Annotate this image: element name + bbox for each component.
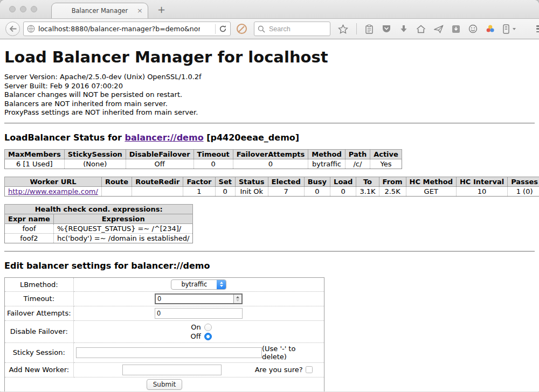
extension-download-icon[interactable] [452, 25, 460, 33]
lbmethod-selected-value: bytraffic [171, 281, 217, 288]
col-status: Status [235, 177, 268, 186]
table-row: 6 [1 Used] (None) Off 0 0 bytraffic /c/ … [5, 159, 402, 169]
cell-expression: %{REQUEST_STATUS} =~ /^[234]/ [53, 223, 193, 233]
col-hc-interval: HC Interval [456, 177, 507, 186]
tab-balancer-manager[interactable]: Balancer Manager × [51, 3, 148, 18]
status-heading-suffix: [p4420eeae_demo] [204, 132, 300, 143]
cell-active: Yes [370, 159, 402, 169]
back-button[interactable] [5, 22, 20, 36]
search-input[interactable] [268, 25, 319, 33]
clipboard-icon[interactable] [365, 24, 374, 34]
server-version-line: Server Version: Apache/2.5.0-dev (Unix) … [4, 73, 535, 82]
failover-attempts-label: Failover Attempts: [5, 306, 74, 320]
are-you-sure-label: Are you sure? [255, 366, 303, 374]
sticky-delete-hint: (Use '-' to delete) [262, 345, 322, 361]
are-you-sure-checkbox[interactable] [306, 366, 313, 373]
col-path: Path [345, 149, 370, 159]
cell-routeredir [132, 186, 183, 196]
form-row-disable-failover: Disable Failover: On Off [5, 320, 324, 342]
col-busy: Busy [304, 177, 330, 186]
number-spinner-icon[interactable] [233, 295, 241, 303]
url-bar[interactable]: localhost:8880/balancer-manager?b=demo&n… [23, 22, 231, 36]
lbmethod-select[interactable]: bytraffic [171, 279, 226, 290]
minimize-window-button[interactable] [20, 6, 26, 12]
device-icon[interactable] [503, 24, 509, 34]
cell-expression: hc('body') =~ /domain is established/ [53, 233, 193, 243]
cell-maxmembers: 6 [1 Used] [5, 159, 65, 169]
url-text[interactable]: localhost:8880/balancer-manager?b=demo&n… [38, 25, 200, 33]
globe-icon [27, 25, 35, 33]
search-icon [258, 25, 265, 33]
window-controls [9, 6, 37, 12]
cell-method: bytraffic [308, 159, 345, 169]
add-worker-input[interactable] [122, 365, 222, 375]
balancer-status-table: MaxMembers StickySession DisableFailover… [4, 149, 402, 169]
page-title: Load Balancer Manager for localhost [4, 48, 535, 66]
cell-expr-name: foof2 [5, 233, 54, 243]
col-load: Load [330, 177, 356, 186]
send-icon[interactable] [434, 25, 444, 33]
col-elected: Elected [268, 177, 304, 186]
pocket-icon[interactable] [382, 24, 391, 33]
bookmark-star-icon[interactable] [338, 24, 348, 34]
device-menu-caret-icon[interactable] [513, 28, 516, 30]
home-icon[interactable] [416, 25, 426, 33]
table-header-row: Worker URL Route RouteRedir Factor Set S… [5, 177, 539, 186]
cell-failoverattempts: 0 [233, 159, 308, 169]
proxypass-notice-line: ProxyPass settings are NOT inherited fro… [4, 108, 535, 117]
table-title-row: Health check cond. expressions: [5, 204, 193, 214]
cell-to: 3.1K [356, 186, 379, 196]
col-hc-method: HC Method [406, 177, 456, 186]
edit-balancer-form: LBmethod: bytraffic Timeout: [4, 277, 324, 392]
search-box[interactable] [254, 22, 330, 36]
failover-attempts-input[interactable] [155, 308, 243, 319]
section-divider [4, 251, 535, 252]
failover-off-radio[interactable] [204, 333, 212, 340]
new-tab-button[interactable]: + [157, 4, 165, 15]
status-heading-prefix: LoadBalancer Status for [4, 132, 125, 143]
form-row-add-worker: Add New Worker: Are you sure? [5, 362, 324, 377]
balancer-demo-link[interactable]: balancer://demo [125, 132, 203, 143]
table-row: foof %{REQUEST_STATUS} =~ /^[234]/ [5, 223, 193, 233]
worker-url-link[interactable]: http://www.example.com/ [8, 187, 98, 195]
tab-title: Balancer Manager [72, 7, 128, 15]
browser-window: Balancer Manager × + localhost:8880/bala… [0, 0, 539, 392]
col-expression: Expression [53, 214, 193, 223]
menu-icon[interactable] [536, 25, 539, 32]
cell-busy: 0 [304, 186, 330, 196]
downloads-icon[interactable] [399, 25, 408, 33]
add-worker-label: Add New Worker: [5, 362, 74, 377]
cell-passes: 1 (0) [508, 186, 539, 196]
sticky-session-input[interactable] [76, 347, 262, 358]
timeout-label: Timeout: [5, 291, 74, 306]
persist-notice-line: Balancer changes will NOT be persisted o… [4, 90, 535, 100]
health-check-table: Health check cond. expressions: Expr nam… [4, 204, 193, 243]
cell-disablefailover: Off [126, 159, 194, 169]
col-method: Method [308, 149, 345, 159]
tab-close-icon[interactable]: × [137, 6, 143, 15]
toolbar-separator [356, 23, 357, 34]
cell-worker-url: http://www.example.com/ [5, 186, 102, 196]
close-window-button[interactable] [9, 6, 16, 12]
page-content: Load Balancer Manager for localhost Serv… [0, 39, 539, 391]
color-dots-icon[interactable] [486, 24, 495, 33]
reload-icon[interactable] [219, 25, 227, 33]
cell-elected: 7 [268, 186, 304, 196]
failover-on-radio[interactable] [204, 324, 212, 331]
server-info: Server Version: Apache/2.5.0-dev (Unix) … [4, 73, 535, 117]
submit-button[interactable]: Submit [147, 379, 183, 390]
col-route: Route [101, 177, 132, 186]
col-disablefailover: DisableFailover [126, 149, 194, 159]
cell-timeout: 0 [194, 159, 233, 169]
col-stickysession: StickySession [64, 149, 126, 159]
cell-factor: 1 [183, 186, 215, 196]
zoom-window-button[interactable] [31, 6, 37, 12]
edit-balancer-heading: Edit balancer settings for balancer://de… [4, 261, 535, 271]
adblock-icon[interactable] [237, 24, 247, 34]
col-passes: Passes [508, 177, 539, 186]
col-failoverattempts: FailoverAttempts [233, 149, 308, 159]
timeout-input[interactable] [156, 295, 233, 303]
emoji-icon[interactable] [468, 24, 478, 33]
col-expr-name: Expr name [5, 214, 54, 223]
form-row-timeout: Timeout: [5, 291, 324, 306]
